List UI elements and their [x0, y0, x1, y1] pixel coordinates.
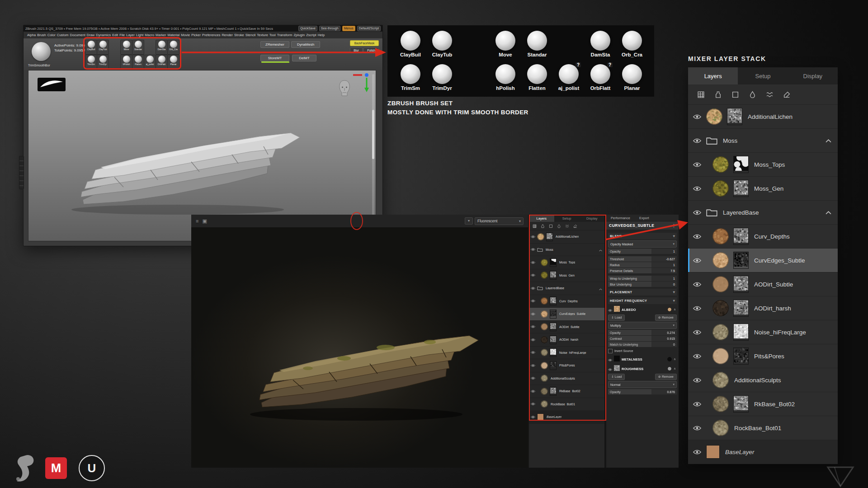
visibility-eye-icon[interactable] [688, 426, 706, 431]
zb-menu-movie[interactable]: Movie [181, 33, 190, 37]
chevron-up-icon[interactable] [826, 136, 831, 145]
visibility-eye-icon[interactable] [529, 248, 537, 251]
props-tab-export[interactable]: Export [635, 215, 654, 221]
visibility-eye-icon[interactable] [529, 403, 537, 405]
zbrush-app-icon[interactable] [10, 452, 39, 483]
layer-row-pits-pores[interactable]: Pits&Pores [529, 359, 604, 372]
zb-menu-zplugin[interactable]: Zplugin [294, 33, 305, 37]
layer-row-additionallichen[interactable]: AdditionalLichen [688, 105, 838, 129]
map-row-roughness[interactable]: ROUGHNESS∧ [608, 365, 677, 373]
visibility-eye-icon[interactable] [529, 377, 537, 380]
layer-row-additionallichen[interactable]: AdditionalLichen [529, 230, 604, 244]
grid-view-icon[interactable] [697, 91, 705, 99]
zb-menu-picker[interactable]: Picker [191, 33, 201, 37]
paint-layer-icon[interactable] [714, 91, 722, 99]
zb-brush-orbflatt[interactable]: OrbFlatt [156, 55, 168, 70]
canvas-scrollbar[interactable] [372, 74, 374, 237]
zb-menu-texture[interactable]: Texture [257, 33, 268, 37]
brushset-trimsm[interactable]: TrimSm [396, 64, 425, 91]
zb-menu-transform[interactable]: Transform [277, 33, 292, 37]
visibility-eye-icon[interactable] [529, 338, 537, 341]
zb-brush-aj-polist[interactable]: aj_polist [144, 55, 156, 70]
grid-view-icon[interactable] [533, 224, 537, 228]
checkbox-box[interactable] [608, 349, 613, 353]
layer-row-baselayer[interactable]: BaseLayer [529, 411, 604, 424]
zb-menu-render[interactable]: Render [222, 33, 233, 37]
remove-button[interactable]: ⊘ Remove [655, 374, 677, 380]
props-field-preserve-details[interactable]: Preserve Details7.5 [608, 268, 677, 273]
layer-row-rkbase-bot02[interactable]: RkBase_Bot02 [688, 392, 838, 416]
props-field-blur-underlying[interactable]: Blur Underlying0 [608, 282, 677, 287]
see-through-slider[interactable]: See-through [319, 26, 340, 31]
visibility-eye-icon[interactable] [529, 313, 537, 315]
backfacemask-button[interactable]: BackFaceMask [350, 40, 379, 46]
zb-menu-macro[interactable]: Macro [145, 33, 154, 37]
zb-menu-stroke[interactable]: Stroke [234, 33, 244, 37]
environment-options-button[interactable]: ▾ [465, 217, 473, 225]
defaultzscript-button[interactable]: DefaultZScript [357, 26, 381, 31]
props-field-match-to-underlying[interactable]: Match to Underlying0 [608, 342, 677, 347]
layer-row-moss-gen[interactable]: Moss_Gen [688, 177, 838, 201]
map-row-metalness[interactable]: METALNESS∧ [608, 355, 677, 363]
section-header-height-frequency[interactable]: HEIGHT FREQUENCY▾ [608, 297, 677, 304]
zb-menu-dynamics[interactable]: Dynamics [96, 33, 111, 37]
brushset-hpolish[interactable]: hPolish [491, 64, 520, 91]
props-tab-performance[interactable]: Performance [606, 215, 635, 221]
zb-menu-light[interactable]: Light [136, 33, 143, 37]
layer-row-curv-depths[interactable]: Curv_Depths [529, 295, 604, 308]
visibility-eye-icon[interactable] [529, 351, 537, 354]
tab-layers[interactable]: Layers [688, 67, 738, 84]
viewport-shading-icon[interactable]: ▣ [202, 218, 207, 224]
zb-brush-damsta[interactable]: DamSta [156, 40, 168, 55]
visibility-eye-icon[interactable] [688, 306, 706, 311]
visibility-eye-icon[interactable] [688, 354, 706, 359]
visibility-eye-icon[interactable] [608, 305, 612, 314]
chevron-up-icon[interactable]: ∧ [674, 308, 676, 311]
props-field-opacity[interactable]: Opacity0.876 [608, 389, 677, 394]
tab-setup[interactable]: Setup [554, 215, 580, 222]
noise-layer-icon[interactable] [565, 224, 569, 228]
props-dropdown[interactable]: Opacity Masked▾ [608, 240, 677, 248]
liquid-layer-icon[interactable] [749, 91, 756, 99]
blur-button[interactable]: Blur [350, 47, 363, 53]
remove-button[interactable]: ⊘ Remove [655, 314, 677, 321]
layer-row-curvedges-subtle[interactable]: CurvEdges_Subtle [529, 308, 604, 321]
zb-menu-brush[interactable]: Brush [37, 33, 46, 37]
menus-toggle[interactable]: Menus [342, 26, 355, 31]
environment-dropdown[interactable]: Fluorescent ▾ [475, 217, 524, 225]
load-button[interactable]: ⇩ Load [608, 374, 625, 380]
visibility-eye-icon[interactable] [688, 402, 706, 407]
brushset-claybuil[interactable]: ClayBuil [396, 31, 425, 57]
storemt-button[interactable]: StoreMT [260, 55, 289, 61]
zb-brush-trimsm[interactable]: TrimSm [85, 55, 97, 70]
liquid-layer-icon[interactable] [557, 224, 561, 228]
solid-layer-icon[interactable] [549, 224, 553, 228]
zb-menu-stencil[interactable]: Stencil [245, 33, 256, 37]
zb-menu-layer[interactable]: Layer [126, 33, 135, 37]
zremesher-button[interactable]: ZRemesher [260, 41, 289, 48]
zb-brush-claytub[interactable]: ClayTub [97, 40, 109, 55]
layer-row-aodirt-subtle[interactable]: AODirt_Subtle [688, 272, 838, 296]
props-field-wrap-to-underlying[interactable]: Wrap to Underlying1 [608, 276, 677, 281]
layer-row-layeredbase[interactable]: LayeredBase [688, 201, 838, 225]
layer-row-aodirt-harsh[interactable]: AODirt_harsh [688, 296, 838, 320]
brushset-standar[interactable]: Standar [522, 31, 552, 57]
brushset-claytub[interactable]: ClayTub [427, 31, 457, 57]
layer-row-additionalsculpts[interactable]: AdditionalSculpts [688, 368, 838, 392]
visibility-eye-icon[interactable] [529, 416, 537, 418]
brushset-flatten[interactable]: Flatten [522, 64, 552, 91]
visibility-eye-icon[interactable] [688, 186, 706, 191]
visibility-eye-icon[interactable] [529, 364, 537, 367]
visibility-eye-icon[interactable] [688, 234, 706, 239]
eraser-layer-icon[interactable] [573, 224, 577, 228]
visibility-eye-icon[interactable] [529, 274, 537, 277]
material-preview-ball[interactable] [32, 42, 51, 61]
quicksave-button[interactable]: QuickSave [298, 26, 317, 31]
brushset-orbflatt[interactable]: OrbFlatt? [585, 64, 615, 91]
brushset-orb-cra[interactable]: Orb_Cra [617, 31, 647, 57]
scrollbar-thumb[interactable] [372, 110, 374, 159]
layer-row-moss[interactable]: Moss [688, 129, 838, 153]
section-header-placement[interactable]: PLACEMENT▾ [608, 289, 677, 296]
paint-layer-icon[interactable] [541, 224, 545, 228]
chevron-up-icon[interactable] [599, 284, 602, 292]
